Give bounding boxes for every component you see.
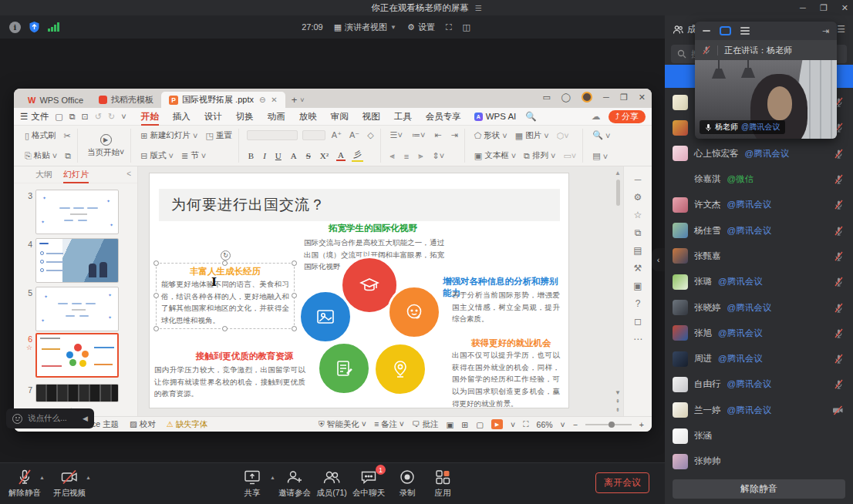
quick-chat-bubble[interactable]: 说点什么... ◀ [6,408,94,428]
grid-view-icon[interactable]: ⊞ [461,420,468,429]
search-command-icon[interactable]: 🔍 [525,111,536,122]
help-icon[interactable]: ? [636,298,641,309]
speaker-video-window[interactable]: ⇥ 正在讲话：杨老师 杨老师@腾讯会议 [695,22,837,139]
mic-options-caret[interactable]: ▲ [39,475,45,480]
insert-shapes-button[interactable]: ⬠形状˅ [473,129,509,142]
fullscreen-button[interactable]: ⛶ [446,22,452,32]
menu-tab[interactable]: 插入 [166,109,197,125]
apps-button[interactable]: 应用 [418,469,467,499]
zoom-slider[interactable] [585,424,632,425]
layers-icon[interactable]: ⧉ [635,227,642,238]
circle-orange[interactable] [387,285,441,339]
resize-handle-n[interactable] [222,260,228,266]
effects-icon[interactable]: ☆ [634,210,642,220]
prev-slide-icon[interactable]: ⇞ [615,398,620,405]
align-left-icon[interactable]: ⫷ [389,150,396,162]
rotate-handle[interactable]: ↻ [221,250,231,260]
speaker-video-feed[interactable]: 杨老师@腾讯会议 [695,60,837,139]
body-life-experience[interactable]: 能够更好地体验不同的语言、美食和习俗，结识各种各样的人，更好地融入和了解其他国家… [161,278,289,327]
member-row[interactable]: 许文杰@腾讯会议 [665,192,853,217]
share-document-button[interactable]: ⤴ 分享 [609,110,646,123]
body-job-opportunity[interactable]: 出国不仅可以提升学历，也可以获得在国外就业的机会，同样，国外留学的经历和工作经验… [452,349,560,409]
wps-ai-menu[interactable]: A WPS AI [468,112,523,121]
highlight-color-button[interactable]: 彡 [352,149,363,162]
paste-button[interactable]: ⎘粘贴˅ [23,150,59,162]
body-education-resources[interactable]: 国内升学压力较大，竞争激烈，出国留学可以让你拥有就读世界名校的机会，接触到更优质… [154,364,305,400]
member-row[interactable]: 徐嘉淇@微信 [665,166,853,192]
wps-minimize-button[interactable]: ─ [603,92,609,102]
unmute-button[interactable]: 解除静音 ▲ [0,469,49,499]
save-icon[interactable]: ▢ [55,112,62,122]
resize-handle-w[interactable] [153,293,159,298]
skin-icon[interactable]: ◻ [634,316,642,327]
zoom-out-button[interactable]: − [573,420,578,429]
security-shield-icon[interactable] [29,21,40,33]
close-tab-icon[interactable]: ✕ [271,96,277,104]
heading-education-resources[interactable]: 接触到更优质的教育资源 [187,351,302,362]
heading-job-opportunity[interactable]: 获得更好的就业机会 [471,338,551,349]
play-caret-icon[interactable]: ˅ [511,420,515,429]
comments-button[interactable]: 🗨 批注 [412,419,438,430]
wps-close-button[interactable]: ✕ [639,92,646,102]
circle-green[interactable] [317,341,371,395]
resize-handle-se[interactable] [292,326,297,331]
section-button[interactable]: ≣节˅ [180,150,207,162]
circle-yellow[interactable] [373,342,427,396]
resize-handle-e[interactable] [292,293,297,298]
circle-blue[interactable] [298,290,352,344]
numbered-list-icon[interactable]: ≔˅ [410,129,426,141]
menu-tab[interactable]: 会员专享 [419,109,468,125]
member-row[interactable]: 周进@腾讯会议 [665,346,853,371]
chat-placeholder[interactable]: 说点什么... [28,413,67,424]
wps-restore-button[interactable]: ❐ [620,92,628,102]
missing-font-warning[interactable]: ⚠ 缺失字体 [167,419,208,430]
list-view-icon[interactable] [740,27,750,35]
settings-button[interactable]: ⚙ 设置 [407,22,435,33]
fit-window-icon[interactable]: ⛶ [523,419,528,429]
video-minimize-icon[interactable] [703,30,710,32]
slide-thumbnail-3[interactable]: 3 ✦✦ ✦✦ [19,190,119,234]
member-row[interactable]: 自由行@腾讯会议 [665,371,853,397]
tab-document-active[interactable]: P 国际视野拓展 .pptx ⊖ ✕ [161,92,285,108]
scrollbar-thumb[interactable] [616,180,620,206]
play-from-current-button[interactable]: ▶ 当页开始˅ [86,133,126,159]
member-row[interactable]: 张帅帅 [665,449,853,474]
align-right-icon[interactable]: ⫸ [416,150,424,162]
insert-picture-button[interactable]: ▦图片˅ [514,129,551,142]
properties-icon[interactable]: ⚙ [634,192,642,203]
zoom-caret-icon[interactable]: ˅ [561,420,565,429]
tab-docer-templates[interactable]: 找稻壳模板 [91,92,161,108]
slide-thumbnail-7[interactable]: 7 [19,384,119,402]
collapse-icon[interactable]: ─ [635,174,642,185]
video-view-icon[interactable] [720,26,731,35]
menu-tab[interactable]: 设计 [197,109,229,125]
video-options-caret[interactable]: ▲ [86,475,91,480]
font-color-button[interactable]: A [336,150,346,161]
new-slide-button[interactable]: ⊞新建幻灯片˅ [139,129,199,142]
insert-textbox-button[interactable]: ▣文本框˅ [473,150,518,162]
member-row[interactable]: 张甄嘉 [665,244,853,269]
align-center-icon[interactable]: ≡ [403,151,410,162]
view-mode-selector[interactable]: ▦ 演讲者视图 ▼ [334,22,396,33]
wps-globe-icon[interactable]: ◯ [561,92,571,102]
close-button[interactable]: ✕ [841,3,848,13]
menu-tab[interactable]: 放映 [292,109,324,125]
bullet-list-icon[interactable]: ☰˅ [389,129,404,141]
normal-view-icon[interactable]: ▣ [446,420,453,429]
undo-icon[interactable]: ↺ [95,112,102,122]
tab-wps-home[interactable]: W WPS Office [20,92,91,108]
increase-font-icon[interactable]: A⁺ [330,129,343,141]
format-painter-button[interactable]: ▯格式刷 [23,129,58,142]
menu-tab[interactable]: 工具 [387,109,419,125]
side-layout-button[interactable]: ◫ [463,22,470,32]
slide-6[interactable]: 为何要进行出国交流？ 拓宽学生的国际化视野 国际交流与合作是高校五大职能之一，通… [149,173,569,408]
slide-layout-button[interactable]: ⊟版式˅ [139,150,175,162]
export-icon[interactable]: ⧉ [69,112,76,122]
cut-icon[interactable]: ✂ [62,130,72,142]
proofing-button[interactable]: ▨ 校对 [130,419,156,430]
heading-international-vision[interactable]: 拓宽学生的国际化视野 [329,223,424,234]
wps-account-avatar[interactable] [582,92,592,102]
popout-icon[interactable]: ⇥ [822,26,829,36]
menu-tab[interactable]: 开始 [134,109,166,125]
decrease-indent-icon[interactable]: ⇤ [433,129,443,141]
